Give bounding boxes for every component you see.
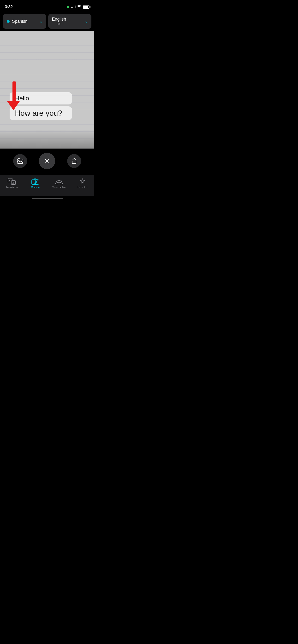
tab-camera[interactable]: Camera [28, 178, 43, 188]
camera-controls: ✕ [0, 148, 94, 175]
english-label: English [52, 17, 66, 22]
translation-tab-label: Translation [6, 186, 18, 188]
status-bar: 3:32 [0, 0, 94, 12]
conversation-tab-icon [55, 178, 63, 185]
home-bar [32, 198, 63, 199]
camera-tab-icon [32, 178, 39, 185]
spanish-chevron-icon: ⌄ [39, 19, 43, 24]
spanish-language-button[interactable]: Spanish ⌄ [3, 14, 46, 29]
network-dot [67, 6, 69, 8]
tab-translation[interactable]: A 文 Translation [5, 178, 19, 188]
english-language-button[interactable]: English US ⌄ [48, 14, 92, 29]
spanish-label: Spanish [12, 19, 28, 24]
svg-text:A: A [9, 179, 11, 182]
svg-point-10 [57, 180, 59, 182]
photo-library-button[interactable] [13, 154, 27, 168]
english-chevron-icon: ⌄ [84, 19, 88, 24]
tab-conversation[interactable]: Conversation [52, 178, 66, 188]
close-button[interactable]: ✕ [39, 153, 55, 169]
red-arrow [7, 82, 20, 110]
wifi-icon [77, 5, 81, 9]
conversation-tab-label: Conversation [52, 186, 66, 188]
svg-point-11 [59, 180, 61, 182]
status-icons [68, 5, 89, 9]
language-bar: Spanish ⌄ English US ⌄ [0, 12, 94, 31]
signal-icon [71, 6, 76, 8]
svg-text:文: 文 [12, 182, 14, 184]
spanish-dot [7, 20, 10, 23]
tab-bar: A 文 Translation Camera Conversation Favo… [0, 175, 94, 196]
svg-point-9 [37, 181, 38, 181]
home-indicator [0, 196, 94, 200]
english-sub-label: US [52, 22, 66, 26]
camera-view: Hello How are you? [0, 31, 94, 148]
favorites-tab-icon [79, 178, 86, 185]
share-button[interactable] [67, 154, 81, 168]
svg-point-1 [19, 160, 20, 161]
close-icon: ✕ [44, 158, 50, 165]
status-time: 3:32 [5, 4, 13, 9]
battery-icon [83, 5, 89, 8]
tab-favorites[interactable]: Favorites [75, 178, 90, 188]
translation-tab-icon: A 文 [8, 178, 16, 185]
photo-library-icon [17, 158, 23, 164]
share-icon [72, 158, 77, 164]
svg-point-8 [35, 181, 36, 183]
favorites-tab-label: Favorites [77, 186, 87, 188]
camera-tab-label: Camera [31, 186, 40, 188]
